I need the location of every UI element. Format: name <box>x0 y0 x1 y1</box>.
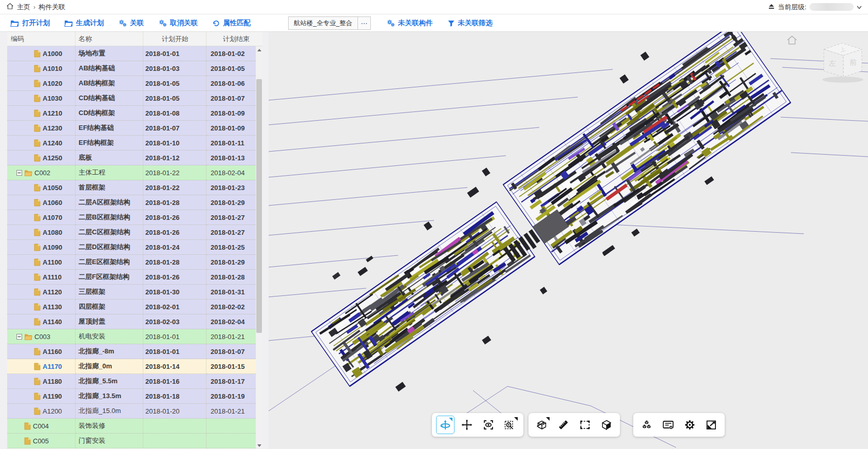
table-row[interactable]: A1000 场地布置 2018-01-01 2018-01-02 <box>7 46 256 61</box>
row-plan-end <box>206 419 256 434</box>
view-home-icon[interactable] <box>786 35 798 47</box>
row-name: 二层C区框架结构 <box>76 225 143 240</box>
zoom-extents-tool-button[interactable] <box>479 416 498 434</box>
column-header-end[interactable]: 计划结束 <box>206 32 256 46</box>
row-code: C003 <box>34 333 50 341</box>
collapse-icon[interactable] <box>16 170 22 176</box>
table-row[interactable]: A1050 首层框架 2018-01-22 2018-01-23 <box>7 180 256 195</box>
table-row[interactable]: A1240 EF结构框架 2018-01-10 2018-01-11 <box>7 136 256 151</box>
unlinked-filter-button[interactable]: 未关联筛选 <box>448 18 493 28</box>
model-tree-tool-button[interactable] <box>637 416 656 434</box>
zoom-window-tool-button[interactable] <box>501 416 519 434</box>
row-code: A1110 <box>43 273 62 281</box>
section-box-tool-button[interactable] <box>533 416 551 434</box>
attribute-match-button[interactable]: 属性匹配 <box>212 18 251 28</box>
table-row[interactable]: A1230 EF结构基础 2018-01-07 2018-01-09 <box>7 121 256 136</box>
measure-tool-button[interactable] <box>554 416 573 434</box>
row-plan-end: 2018-01-28 <box>206 270 256 285</box>
model-selector-button[interactable]: 航站楼_全专业_整合 <box>288 16 358 30</box>
view-cube[interactable]: 左前上 <box>822 43 863 83</box>
vertical-scrollbar[interactable] <box>256 46 262 449</box>
column-header-name[interactable]: 名称 <box>76 32 143 46</box>
pan-tool-button[interactable] <box>458 416 476 434</box>
model-3d-view[interactable]: 左前上 <box>269 32 868 449</box>
scroll-up-arrow-icon[interactable] <box>256 46 262 53</box>
unlinked-components-button[interactable]: 未关联构件 <box>386 18 433 28</box>
table-row[interactable]: A1130 四层框架 2018-02-01 2018-02-02 <box>7 300 256 314</box>
table-row[interactable]: A1020 AB结构框架 2018-01-05 2018-01-06 <box>7 76 256 91</box>
file-icon <box>24 437 31 445</box>
file-icon <box>34 392 41 400</box>
row-plan-start: 2018-01-24 <box>143 240 206 255</box>
table-row[interactable]: A1210 CD结构框架 2018-01-08 2018-01-09 <box>7 106 256 121</box>
column-header-start[interactable]: 计划开始 <box>143 32 206 46</box>
viewer-bottom-toolbar <box>432 413 725 437</box>
table-row[interactable]: A1140 屋顶封盖 2018-02-03 2018-02-04 <box>7 314 256 329</box>
file-icon <box>34 139 41 147</box>
open-plan-button[interactable]: 打开计划 <box>10 18 50 28</box>
generate-plan-button[interactable]: 生成计划 <box>64 18 104 28</box>
table-row[interactable]: A1190 北指廊_13.5m 2018-01-18 2018-01-19 <box>7 389 256 404</box>
model-3d-viewport[interactable]: 左前上 <box>269 32 868 449</box>
row-plan-start: 2018-01-26 <box>143 270 206 285</box>
table-row[interactable]: A1170 北指廊_0m 2018-01-14 2018-01-15 <box>7 359 256 374</box>
layers-icon <box>768 3 775 11</box>
viewer-toolbar: 航站楼_全专业_整合 ⋯ 未关联构件 未关联筛选 <box>288 14 493 32</box>
table-row[interactable]: A1200 北指廊_15.0m 2018-01-20 2018-01-21 <box>7 404 256 419</box>
table-row[interactable]: A1010 AB结构基础 2018-01-03 2018-01-05 <box>7 61 256 76</box>
settings-tool-button[interactable] <box>681 416 699 434</box>
fullscreen-tool-button[interactable] <box>702 416 721 434</box>
svg-text:左: 左 <box>828 59 836 67</box>
file-icon <box>34 80 41 87</box>
row-plan-end: 2018-01-09 <box>206 121 256 136</box>
row-plan-end: 2018-01-07 <box>206 344 256 359</box>
table-row[interactable]: A1080 二层C区框架结构 2018-01-26 2018-01-27 <box>7 225 256 240</box>
row-plan-end: 2018-01-15 <box>206 359 256 374</box>
unassociate-button[interactable]: 取消关联 <box>158 18 198 28</box>
current-level-dropdown[interactable]: 当前层级: <box>768 3 862 12</box>
table-row[interactable]: C004 装饰装修 <box>7 419 256 434</box>
row-code: A1140 <box>43 318 62 326</box>
table-row[interactable]: A1160 北指廊_-8m 2018-01-01 2018-01-07 <box>7 344 256 359</box>
display-settings-tool-button[interactable] <box>659 416 677 434</box>
breadcrumb-home[interactable]: 主页 <box>17 3 30 12</box>
row-plan-start: 2018-01-14 <box>143 359 206 374</box>
table-row[interactable]: A1100 二层E区框架结构 2018-01-28 2018-01-29 <box>7 255 256 270</box>
row-code: A1030 <box>43 95 62 102</box>
table-row[interactable]: A1070 二层B区框架结构 2018-01-26 2018-01-27 <box>7 210 256 225</box>
row-code: A1170 <box>43 363 62 370</box>
row-name: 二层D区框架结构 <box>76 240 143 255</box>
row-plan-start: 2018-01-22 <box>143 180 206 195</box>
svg-text:前: 前 <box>850 58 857 66</box>
row-code: A1230 <box>43 124 62 132</box>
table-row[interactable]: A1090 二层D区框架结构 2018-01-24 2018-01-25 <box>7 240 256 255</box>
scrollbar-thumb[interactable] <box>256 79 262 333</box>
plan-toolbar: 打开计划 生成计划 关联 取消关联 属性匹配 <box>10 14 251 32</box>
column-header-code[interactable]: 编码 <box>7 32 76 46</box>
table-row[interactable]: A1110 二层F区框架结构 2018-01-26 2018-01-28 <box>7 270 256 285</box>
row-name: AB结构基础 <box>76 61 143 76</box>
row-plan-end <box>206 434 256 448</box>
row-name: CD结构框架 <box>76 106 143 121</box>
table-row[interactable]: C005 门窗安装 <box>7 434 256 448</box>
model-selector-more-button[interactable]: ⋯ <box>357 16 371 30</box>
table-row[interactable]: A1060 二层A区框架结构 2018-01-28 2018-01-29 <box>7 195 256 210</box>
isolate-tool-button[interactable] <box>597 416 616 434</box>
associate-button[interactable]: 关联 <box>118 18 144 28</box>
table-row[interactable]: C002 主体工程 2018-01-22 2018-02-04 <box>7 165 256 180</box>
row-name: 二层B区框架结构 <box>76 210 143 225</box>
table-row[interactable]: A1250 底板 2018-01-12 2018-01-13 <box>7 151 256 165</box>
collapse-icon[interactable] <box>16 334 22 340</box>
table-row[interactable]: A1120 三层框架 2018-01-30 2018-01-31 <box>7 285 256 300</box>
chevron-down-icon <box>857 3 862 11</box>
table-row[interactable]: A1180 北指廊_5.5m 2018-01-16 2018-01-17 <box>7 374 256 389</box>
row-plan-start: 2018-01-03 <box>143 61 206 76</box>
row-plan-start: 2018-01-28 <box>143 195 206 210</box>
table-row[interactable]: A1030 CD结构基础 2018-01-05 2018-01-07 <box>7 91 256 106</box>
orbit-tool-button[interactable] <box>436 416 455 434</box>
row-code: A1210 <box>43 109 62 117</box>
box-select-tool-button[interactable] <box>576 416 594 434</box>
row-code: C002 <box>34 169 50 177</box>
table-row[interactable]: C003 机电安装 2018-01-01 2018-01-21 <box>7 329 256 344</box>
scroll-down-arrow-icon[interactable] <box>256 442 262 449</box>
